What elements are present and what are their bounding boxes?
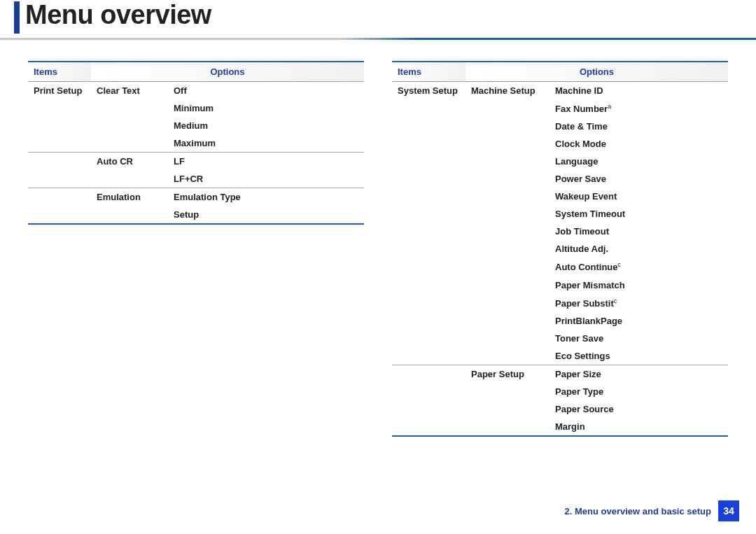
item-cell: System Setup [392, 82, 465, 100]
option-cell: Language [550, 153, 728, 170]
title-accent [14, 1, 20, 34]
option-cell: LF [168, 153, 364, 171]
option-cell: Margin [550, 418, 728, 435]
option-cell: Paper Substitc [550, 294, 728, 312]
option-cell: Power Save [550, 170, 728, 188]
subitem-cell [465, 330, 550, 347]
option-cell: Fax Numbera [550, 99, 728, 118]
subitem-cell [465, 240, 550, 258]
item-cell [392, 312, 465, 330]
option-cell: Date & Time [550, 118, 728, 135]
th-options: Options [465, 62, 728, 82]
option-cell: Maximum [168, 134, 364, 153]
subitem-cell [465, 400, 550, 418]
superscript: a [608, 103, 611, 110]
option-cell: Setup [168, 206, 364, 223]
subitem-cell [465, 170, 550, 188]
subitem-cell [91, 134, 168, 153]
subitem-cell [465, 383, 550, 400]
item-cell [392, 418, 465, 435]
subitem-cell [465, 347, 550, 365]
item-cell [392, 258, 465, 276]
subitem-cell: Clear Text [91, 82, 168, 100]
item-cell: Print Setup [28, 82, 91, 100]
th-options: Options [91, 62, 364, 82]
th-items: Items [392, 62, 465, 82]
item-cell [392, 383, 465, 400]
item-cell [392, 330, 465, 347]
item-cell [392, 99, 465, 118]
item-cell [392, 118, 465, 135]
footer: 2. Menu overview and basic setup 34 [564, 500, 739, 521]
item-cell [28, 99, 91, 117]
right-table: Items Options System SetupMachine SetupM… [392, 61, 728, 435]
item-cell [392, 135, 465, 153]
option-cell: Machine ID [550, 82, 728, 100]
footer-chapter: 2. Menu overview and basic setup [564, 506, 711, 517]
option-cell: Altitude Adj. [550, 240, 728, 258]
option-cell: PrintBlankPage [550, 312, 728, 330]
title-underline [0, 38, 756, 40]
option-cell: Medium [168, 117, 364, 134]
option-cell: Auto Continuec [550, 258, 728, 276]
option-cell: Job Timeout [550, 223, 728, 240]
left-table: Items Options Print SetupClear TextOffMi… [28, 61, 364, 223]
option-cell: Paper Source [550, 400, 728, 418]
item-cell [28, 170, 91, 188]
subitem-cell [465, 153, 550, 170]
content-area: Items Options Print SetupClear TextOffMi… [0, 61, 756, 437]
left-column: Items Options Print SetupClear TextOffMi… [28, 61, 364, 437]
subitem-cell [91, 117, 168, 134]
option-cell: Clock Mode [550, 135, 728, 153]
item-cell [392, 153, 465, 170]
subitem-cell [91, 99, 168, 117]
subitem-cell [91, 170, 168, 188]
subitem-cell: Machine Setup [465, 82, 550, 100]
subitem-cell: Auto CR [91, 153, 168, 171]
option-cell: Minimum [168, 99, 364, 117]
item-cell [28, 206, 91, 223]
item-cell [28, 153, 91, 171]
option-cell: Paper Size [550, 365, 728, 383]
superscript: c [618, 261, 622, 268]
option-cell: Paper Type [550, 383, 728, 400]
item-cell [392, 347, 465, 365]
subitem-cell [465, 118, 550, 135]
subitem-cell [91, 206, 168, 223]
item-cell [392, 223, 465, 240]
subitem-cell [465, 276, 550, 294]
page-number-badge: 34 [718, 500, 739, 521]
option-cell: LF+CR [168, 170, 364, 188]
subitem-cell: Paper Setup [465, 365, 550, 383]
option-cell: System Timeout [550, 205, 728, 223]
item-cell [28, 134, 91, 153]
subitem-cell [465, 223, 550, 240]
item-cell [392, 276, 465, 294]
item-cell [392, 170, 465, 188]
option-cell: Toner Save [550, 330, 728, 347]
page-title: Menu overview [25, 0, 211, 30]
option-cell: Emulation Type [168, 188, 364, 206]
right-column: Items Options System SetupMachine SetupM… [392, 61, 728, 437]
option-cell: Eco Settings [550, 347, 728, 365]
item-cell [392, 205, 465, 223]
option-cell: Off [168, 82, 364, 100]
item-cell [392, 240, 465, 258]
title-bar: Menu overview [0, 0, 756, 34]
item-cell [28, 188, 91, 206]
subitem-cell [465, 258, 550, 276]
option-cell: Paper Mismatch [550, 276, 728, 294]
item-cell [392, 294, 465, 312]
th-items: Items [28, 62, 91, 82]
subitem-cell [465, 135, 550, 153]
subitem-cell [465, 188, 550, 205]
item-cell [392, 400, 465, 418]
subitem-cell [465, 294, 550, 312]
item-cell [28, 117, 91, 134]
subitem-cell [465, 418, 550, 435]
option-cell: Wakeup Event [550, 188, 728, 205]
subitem-cell [465, 205, 550, 223]
item-cell [392, 188, 465, 205]
subitem-cell: Emulation [91, 188, 168, 206]
superscript: c [614, 297, 617, 304]
